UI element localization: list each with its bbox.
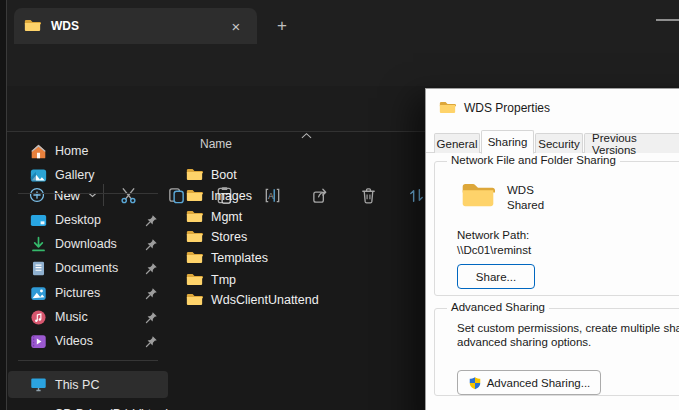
- shared-folder-icon: [461, 182, 495, 214]
- tab-security[interactable]: Security: [535, 133, 583, 153]
- advanced-sharing-button[interactable]: Advanced Sharing...: [457, 370, 601, 395]
- dialog-tabs: General Sharing Security Previous Versio…: [434, 129, 679, 153]
- group-title: Network File and Folder Sharing: [447, 154, 620, 166]
- uac-shield-icon: [468, 376, 482, 390]
- tab-previous-versions[interactable]: Previous Versions: [584, 133, 679, 153]
- folder-icon: [186, 168, 203, 182]
- folder-icon: [439, 101, 456, 115]
- sidebar-item-downloads[interactable]: Downloads: [8, 232, 168, 256]
- sidebar-item-pictures[interactable]: Pictures: [8, 281, 168, 305]
- videos-icon: [30, 333, 47, 350]
- file-row-wdsclientunattend[interactable]: WdsClientUnattend: [178, 290, 424, 310]
- pictures-icon: [30, 285, 47, 302]
- cut-icon: [119, 186, 138, 205]
- this-pc-icon: [30, 376, 47, 393]
- folder-icon: [186, 189, 203, 203]
- documents-icon: [30, 260, 47, 277]
- pin-icon: [145, 214, 158, 227]
- window-left-edge: [0, 0, 7, 410]
- file-row-mgmt[interactable]: Mgmt: [178, 207, 424, 227]
- dialog-title: WDS Properties: [464, 101, 550, 115]
- network-path-label: Network Path:: [457, 229, 529, 241]
- new-tab-button[interactable]: +: [268, 12, 296, 40]
- dialog-titlebar: WDS Properties: [426, 89, 679, 127]
- file-row-stores[interactable]: Stores: [178, 227, 424, 247]
- network-sharing-group: Network File and Folder Sharing WDS Shar…: [434, 161, 679, 296]
- file-row-boot[interactable]: Boot: [178, 165, 424, 185]
- pin-icon: [145, 335, 158, 348]
- share-name: WDS: [507, 184, 534, 196]
- folder-icon: [186, 273, 203, 287]
- share-status: Shared: [507, 199, 544, 211]
- cd-drive-icon: [30, 406, 46, 410]
- file-row-images[interactable]: Images: [178, 186, 424, 206]
- sidebar-item-desktop[interactable]: Desktop: [8, 208, 168, 232]
- sidebar-item-music[interactable]: Music: [8, 305, 168, 329]
- file-row-templates[interactable]: Templates: [178, 248, 424, 268]
- pin-icon: [145, 262, 158, 275]
- properties-dialog: WDS Properties General Sharing Security …: [425, 88, 679, 410]
- network-path-value: \\Dc01\reminst: [457, 244, 531, 256]
- column-header-name[interactable]: Name: [200, 137, 232, 151]
- sidebar-item-this-pc[interactable]: This PC: [8, 371, 168, 398]
- advanced-sharing-group: Advanced Sharing Set custom permissions,…: [434, 308, 679, 396]
- group-title: Advanced Sharing: [447, 301, 549, 313]
- sidebar-item-documents[interactable]: Documents: [8, 256, 168, 280]
- sidebar-item-videos[interactable]: Videos: [8, 329, 168, 353]
- explorer-tab[interactable]: WDS ×: [14, 8, 257, 44]
- new-button-label: New: [54, 188, 80, 203]
- folder-icon: [186, 230, 203, 244]
- desktop-icon: [30, 212, 47, 229]
- gallery-icon: [30, 167, 47, 184]
- folder-icon: [186, 210, 203, 224]
- folder-icon: [186, 251, 203, 265]
- folder-icon: [24, 19, 41, 33]
- tab-general[interactable]: General: [434, 133, 480, 153]
- sidebar-divider: [18, 360, 158, 361]
- tab-sharing[interactable]: Sharing: [481, 130, 534, 154]
- tab-close-icon[interactable]: ×: [225, 15, 247, 37]
- downloads-icon: [30, 236, 47, 253]
- pin-icon: [145, 287, 158, 300]
- sidebar-item-home[interactable]: Home: [8, 139, 168, 163]
- plus-circle-icon: [28, 186, 46, 204]
- advanced-description-line1: Set custom permissions, create multiple …: [457, 322, 679, 334]
- minimize-icon[interactable]: [656, 19, 679, 21]
- titlebar: WDS × +: [0, 0, 679, 44]
- pin-icon: [145, 311, 158, 324]
- navigation-bar: › This PC › Data (E:) › WDS › Search: [0, 44, 679, 86]
- advanced-description-line2: advanced sharing options.: [457, 336, 591, 348]
- pin-icon: [145, 238, 158, 251]
- sidebar-item-gallery[interactable]: Gallery: [8, 163, 168, 187]
- share-dialog-button[interactable]: Share...: [457, 264, 535, 289]
- toolbar-divider: [103, 184, 104, 206]
- sort-ascending-icon: [301, 125, 312, 143]
- sidebar-divider: [18, 193, 158, 194]
- file-row-tmp[interactable]: Tmp: [178, 270, 424, 290]
- tab-title: WDS: [51, 19, 225, 33]
- advanced-sharing-label: Advanced Sharing...: [487, 377, 591, 389]
- sidebar-item-cd-drive[interactable]: CD Drive (D:) Virtual: [8, 402, 168, 410]
- folder-icon: [186, 293, 203, 307]
- home-icon: [30, 143, 47, 160]
- music-icon: [30, 309, 47, 326]
